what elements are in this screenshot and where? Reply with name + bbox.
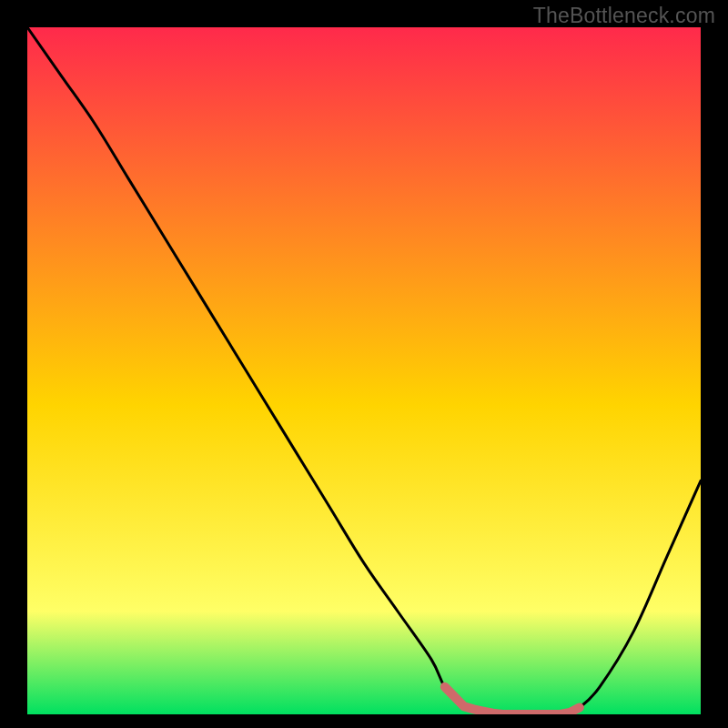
bottleneck-chart	[27, 27, 701, 714]
attribution-text: TheBottleneck.com	[533, 4, 715, 28]
chart-frame: TheBottleneck.com	[0, 0, 728, 728]
heatmap-background	[27, 27, 701, 714]
